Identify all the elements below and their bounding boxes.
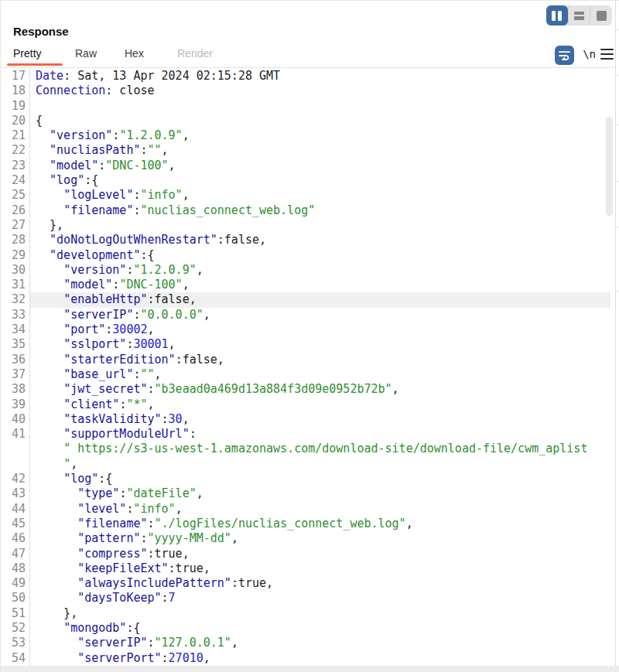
code-line: 21 "version":"1.2.0.9", xyxy=(1,128,610,143)
line-number: 18 xyxy=(1,84,30,98)
tab-hex[interactable]: Hex xyxy=(125,47,144,60)
code-line: 45 "filename":"./logFiles/nuclias_connec… xyxy=(1,517,610,531)
line-number: 17 xyxy=(1,69,30,84)
code-text: "sslport":30001, xyxy=(30,337,610,352)
adjacent-panel-tick xyxy=(616,181,619,182)
code-line: ", xyxy=(1,457,610,472)
line-number: 53 xyxy=(1,636,30,650)
code-text: "model":"DNC-100", xyxy=(30,159,610,173)
panel-right-border xyxy=(615,1,616,672)
line-number: 45 xyxy=(1,517,30,531)
code-text: "logLevel":"info", xyxy=(30,188,610,203)
line-number: 50 xyxy=(1,591,30,605)
code-text: "pattern":"yyyy-MM-dd", xyxy=(30,531,610,546)
code-text: "log":{ xyxy=(30,173,610,188)
columns-layout-button[interactable] xyxy=(546,5,568,26)
response-body-viewer[interactable]: 17Date: Sat, 13 Apr 2024 02:15:28 GMT18C… xyxy=(1,69,610,666)
line-number xyxy=(1,442,30,456)
page-title: Response xyxy=(13,25,69,38)
code-line: 22 "nucliasPath":"", xyxy=(1,143,610,158)
code-line: " https://s3-us-west-1.amazonaws.com/dow… xyxy=(1,442,610,456)
line-number: 20 xyxy=(1,114,30,128)
code-text: ", xyxy=(30,457,610,472)
vertical-scrollbar-thumb[interactable] xyxy=(606,117,613,216)
code-text: Connection: close xyxy=(30,84,610,98)
code-line: 26 "filename":"nuclias_connect_web.log" xyxy=(1,203,610,218)
code-text: "type":"dateFile", xyxy=(30,486,610,501)
code-text: "development":{ xyxy=(30,248,610,263)
line-number: 19 xyxy=(1,99,30,114)
line-number: 27 xyxy=(1,218,30,233)
code-line: 23 "model":"DNC-100", xyxy=(1,159,610,173)
line-number: 24 xyxy=(1,173,30,188)
word-wrap-icon xyxy=(559,50,570,60)
hamburger-icon xyxy=(600,49,614,50)
code-line: 18Connection: close xyxy=(1,84,610,98)
line-number: 51 xyxy=(1,606,30,621)
code-line: 33 "serverIP":"0.0.0.0", xyxy=(1,308,610,322)
code-text: "filename":"./logFiles/nuclias_connect_w… xyxy=(30,517,610,531)
view-layout-toggle xyxy=(546,5,612,26)
newline-chars-toggle-button[interactable]: \n xyxy=(583,48,596,60)
tab-pretty[interactable]: Pretty xyxy=(13,47,42,60)
code-text: "enableHttp":false, xyxy=(30,292,610,307)
selected-tab-underline xyxy=(7,63,63,66)
word-wrap-toggle-button[interactable] xyxy=(555,46,574,65)
code-line: 36 "starterEdition":false, xyxy=(1,353,610,367)
code-text: }, xyxy=(30,606,610,621)
code-text: "doNotLogOutWhenRestart":false, xyxy=(30,233,610,247)
columns-icon xyxy=(552,11,562,21)
code-text: "serverIP":"0.0.0.0", xyxy=(30,308,610,322)
code-text: "alwaysIncludePattern":true, xyxy=(30,576,610,591)
line-number: 21 xyxy=(1,128,30,143)
line-number: 35 xyxy=(1,337,30,352)
line-number: 47 xyxy=(1,547,30,561)
single-layout-button[interactable] xyxy=(590,5,612,26)
code-line: 47 "compress":true, xyxy=(1,547,610,561)
adjacent-panel-tick xyxy=(616,227,619,227)
code-text: "nucliasPath":"", xyxy=(30,143,610,158)
code-line: 48 "keepFileExt":true, xyxy=(1,561,610,576)
code-line: 44 "level":"info", xyxy=(1,502,610,517)
code-text: Date: Sat, 13 Apr 2024 02:15:28 GMT xyxy=(30,69,610,84)
line-number: 39 xyxy=(1,397,30,412)
code-text: "keepFileExt":true, xyxy=(30,561,610,576)
adjacent-panel-tick xyxy=(616,125,619,125)
line-number: 28 xyxy=(1,233,30,247)
code-text: }, xyxy=(30,218,610,233)
line-number: 41 xyxy=(1,427,30,442)
adjacent-panel-tick xyxy=(616,75,619,76)
square-icon xyxy=(597,11,607,21)
line-number: 26 xyxy=(1,203,30,218)
code-text: "version":"1.2.0.9", xyxy=(30,263,610,278)
code-text: "serverPort":27010, xyxy=(30,651,610,666)
code-text: "serverIP":"127.0.0.1", xyxy=(30,636,610,650)
code-text: "mongodb":{ xyxy=(30,621,610,636)
line-number: 36 xyxy=(1,353,30,367)
line-number: 46 xyxy=(1,531,30,546)
line-number: 42 xyxy=(1,472,30,486)
code-line: 31 "model":"DNC-100", xyxy=(1,278,610,292)
code-line: 20{ xyxy=(1,114,610,128)
code-line: 46 "pattern":"yyyy-MM-dd", xyxy=(1,531,610,546)
code-line: 39 "client":"*", xyxy=(1,397,610,412)
code-line: 37 "base_url":"", xyxy=(1,367,610,382)
line-number: 30 xyxy=(1,263,30,278)
response-tabbar: Pretty Raw Hex Render xyxy=(1,44,615,67)
code-line: 53 "serverIP":"127.0.0.1", xyxy=(1,636,610,650)
code-line: 29 "development":{ xyxy=(1,248,610,263)
line-number: 52 xyxy=(1,621,30,636)
line-number: 32 xyxy=(1,292,30,307)
hamburger-menu-button[interactable] xyxy=(600,49,614,60)
code-text: "client":"*", xyxy=(30,397,610,412)
code-text: "compress":true, xyxy=(30,547,610,561)
code-text: "version":"1.2.0.9", xyxy=(30,128,610,143)
line-number: 37 xyxy=(1,367,30,382)
line-number: 29 xyxy=(1,248,30,263)
rows-layout-button[interactable] xyxy=(568,5,590,26)
line-number: 49 xyxy=(1,576,30,591)
code-line: 34 "port":30002, xyxy=(1,322,610,337)
tab-raw[interactable]: Raw xyxy=(75,47,97,60)
line-number: 33 xyxy=(1,308,30,322)
line-number: 25 xyxy=(1,188,30,203)
